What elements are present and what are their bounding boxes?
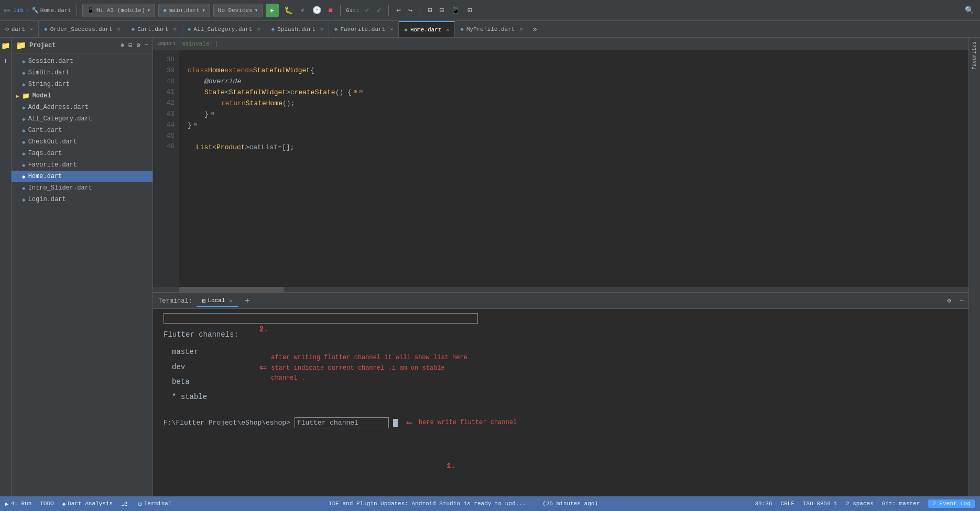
vcs-icon[interactable]: ⬆ [2,55,9,67]
tab-close-dart[interactable]: ✕ [30,26,33,32]
left-side-panel: 📁 ⬆ [0,38,12,496]
no-devices-selector[interactable]: No Devices ▾ [213,4,263,17]
tab-close-6[interactable]: ✕ [446,27,449,33]
code-line-41: State<StatefulWidget> createState() { ⊕ … [188,87,960,98]
dart-analysis-status[interactable]: ◆ Dart Analysis [62,501,113,507]
dart-file-icon-5: ◆ [334,26,338,32]
terminal-hide-icon[interactable]: − [960,297,963,305]
tab-cart[interactable]: ◆ Cart.dart ✕ [126,21,182,38]
code-area[interactable]: class Home extends StatefulWidget { @ove… [179,50,968,287]
gear-icon[interactable]: ⚙ [137,41,140,49]
tree-item-allcategory[interactable]: ◆ All_Category.dart [12,113,153,125]
layout-icon[interactable]: ⊟ [438,5,446,16]
tab-close-5[interactable]: ✕ [390,26,393,32]
version-control-status[interactable]: ⎇ [121,501,130,507]
tree-item-favorite[interactable]: ◆ Favorite.dart [12,159,153,171]
terminal-tab-local[interactable]: ⊞ Local ✕ [197,295,238,307]
tree-item-login[interactable]: ◆ Login.dart [12,194,153,205]
sync-icon[interactable]: ⊕ [121,41,124,49]
code-line-44: } ⊟ [188,120,960,131]
tab-favorite[interactable]: ◆ Favorite.dart ✕ [329,21,399,38]
code-editor[interactable]: import 'mainVale' ; 38 39 40 41 42 43 44… [153,38,968,292]
terminal-output-area: Flutter channels: master dev beta * stab… [164,329,958,404]
file-icon: ◆ [22,196,26,203]
tab-order-success[interactable]: ◆ Order_Success.dart ✕ [39,21,126,38]
tree-item-string[interactable]: ◆ String.dart [12,79,153,90]
add-terminal-btn[interactable]: + [245,296,250,306]
terminal-icon-status: ⊞ [138,501,142,507]
terminal-status[interactable]: ⊞ Terminal [138,501,171,507]
tree-item-checkout[interactable]: ◆ CheckOut.dart [12,136,153,148]
profile-icon[interactable]: 🕐 [310,5,323,16]
file-icon: ◆ [22,185,26,192]
chevron-down-icon2: ▾ [202,7,205,14]
tab-close-4[interactable]: ✕ [320,26,323,32]
stop-icon[interactable]: ■ [326,5,335,16]
tree-item-faqs[interactable]: ◆ Faqs.dart [12,148,153,159]
device-selector[interactable]: 📱 Mi A3 (mobile) ▾ [82,4,155,17]
breadcrumb-lib[interactable]: lib [13,7,24,14]
tab-splash[interactable]: ◆ Splash.dart ✕ [266,21,329,38]
redo-icon[interactable]: ↪ [406,5,415,16]
minus-icon[interactable]: − [145,41,148,49]
dart-file-icon-6: ◆ [404,26,408,33]
tree-item-introslider[interactable]: ◆ Intro_Slider.dart [12,182,153,194]
project-header: 📁 Project ⊕ ⊟ ⚙ − [12,38,153,53]
file-icon: ◆ [22,162,26,169]
more-tabs-btn[interactable]: » [528,25,541,34]
debug-icon[interactable]: 🐛 [282,5,295,16]
terminal-input-line: F:\Flutter Project\eShop\eshop> ⇐ here w… [164,415,958,431]
terminal-close[interactable]: ✕ [229,297,233,304]
undo-icon[interactable]: ↩ [394,5,402,16]
project-icon[interactable]: 📁 [0,40,12,52]
phone2-icon[interactable]: 📱 [449,5,462,16]
terminal-header: Terminal: ⊞ Local ✕ + ⚙ − [153,293,968,309]
run-status[interactable]: ▶ 4: Run [5,501,31,507]
tree-item-home[interactable]: ◆ Home.dart [12,171,153,182]
tab-home[interactable]: ◆ Home.dart ✕ [399,21,455,38]
terminal-command-input[interactable] [295,417,389,428]
bookmark-icon[interactable]: ⊞ [426,5,434,16]
tablet-icon[interactable]: ⊡ [465,5,474,16]
tab-close-7[interactable]: ✕ [519,26,522,32]
tab-close-2[interactable]: ✕ [173,26,177,32]
tree-item-session[interactable]: ◆ Session.dart [12,55,153,67]
tree-item-addaddress[interactable]: ◆ Add_Address.dart [12,102,153,113]
terminal-top-input[interactable] [164,313,478,324]
annotation-2-group: 2. ⇐ after writing flutter channel it wi… [259,324,467,404]
run-button[interactable]: ▶ [266,4,279,17]
tab-all-category[interactable]: ◆ All_Category.dart ✕ [182,21,266,38]
favorites-icon[interactable]: Favorites [970,40,979,71]
collapse-icon[interactable]: ⊟ [128,41,132,49]
right-panel: Favorites [968,38,980,496]
git-tick-icon[interactable]: ✓ [375,5,383,16]
tree-item-simbtn[interactable]: ◆ SimBtn.dart [12,67,153,79]
editor-breadcrumb: import 'mainVale' ; [153,38,968,50]
terminal-settings-icon[interactable]: ⚙ [948,297,951,305]
tab-dart[interactable]: ⚙ dart ✕ [0,21,39,38]
line-num-43: 43 [155,109,175,120]
event-log[interactable]: 2 Event Log [928,499,975,508]
channel-entries: master dev beta * stable [164,345,238,404]
channel-stable: * stable [164,390,238,404]
coverage-icon[interactable]: ⚡ [298,5,307,16]
ide-update-message: IDE and Plugin Updates: Android Studio i… [329,501,526,507]
code-scrollbar[interactable] [153,287,968,292]
tab-close-3[interactable]: ✕ [257,26,260,32]
sidebar-toolbar: ⊕ ⊟ ⚙ − [121,41,148,49]
git-check-icon[interactable]: ✓ [363,5,371,16]
channels-title: Flutter channels: [164,329,238,340]
file-tree: ◆ Session.dart ◆ SimBtn.dart ◆ String.da… [12,53,153,496]
statusbar: ▶ 4: Run TODO ◆ Dart Analysis ⎇ ⊞ Termin… [0,496,980,511]
terminal-icon: ⊞ [202,297,206,304]
tree-item-cart[interactable]: ◆ Cart.dart [12,125,153,136]
tab-close-1[interactable]: ✕ [117,26,121,32]
tree-folder-model[interactable]: ▶ 📁 Model [12,90,153,102]
search-icon[interactable]: 🔍 [963,5,976,16]
cursor-position: 39:36 [755,501,772,507]
code-lines: class Home extends StatefulWidget { @ove… [188,54,960,153]
terminal-body[interactable]: Flutter channels: master dev beta * stab… [153,309,968,496]
tab-myprofile[interactable]: ◆ MyProfile.dart ✕ [455,21,528,38]
todo-status[interactable]: TODO [40,501,53,507]
run-config-selector[interactable]: ◆ main.dart ▾ [158,4,210,17]
